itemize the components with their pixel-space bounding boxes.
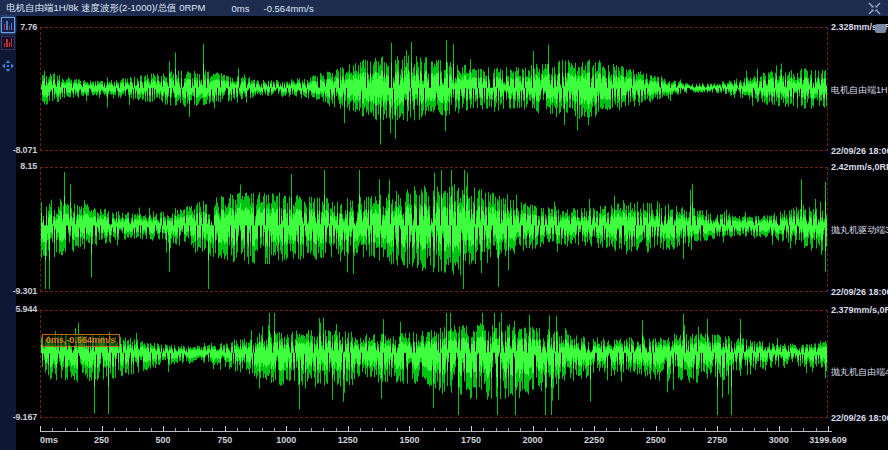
x-minor-tick <box>631 428 632 431</box>
x-major-tick <box>348 426 349 431</box>
x-tick-label: 2250 <box>584 435 604 445</box>
x-minor-tick <box>606 428 607 431</box>
y-min-label-2: -9.301 <box>0 286 37 296</box>
x-minor-tick <box>274 428 275 431</box>
titlebar: 电机自由端1H/8k 速度波形(2-1000)/总值 0RPM 0ms -0.5… <box>0 0 888 16</box>
x-tick-label: 2500 <box>646 435 666 445</box>
x-minor-tick <box>385 428 386 431</box>
cursor-annotation: 0ms,-0.564mm/s <box>42 334 120 347</box>
x-minor-tick <box>175 428 176 431</box>
x-minor-tick <box>754 428 755 431</box>
x-minor-tick <box>126 428 127 431</box>
titlebar-cursor-time: 0ms <box>232 3 250 14</box>
collapse-icon[interactable] <box>866 1 882 15</box>
x-minor-tick <box>668 428 669 431</box>
panel-expand-icon[interactable] <box>875 24 886 33</box>
x-minor-tick <box>557 428 558 431</box>
waveform-panel-3 <box>40 310 828 418</box>
x-minor-tick <box>323 428 324 431</box>
x-major-tick <box>225 426 226 431</box>
x-minor-tick <box>693 428 694 431</box>
x-minor-tick <box>483 428 484 431</box>
x-minor-tick <box>643 428 644 431</box>
x-minor-tick <box>767 428 768 431</box>
x-minor-tick <box>496 428 497 431</box>
pan-icon[interactable] <box>2 58 14 70</box>
y-max-label-1: 7.76 <box>0 22 37 32</box>
panel-2-timestamp: 22/09/26 18:00 <box>831 287 888 297</box>
x-major-tick <box>594 426 595 431</box>
y-min-label-1: -8.071 <box>0 145 37 155</box>
panel-2-channel-name: 抛丸机驱动端3H <box>831 224 888 237</box>
x-minor-tick <box>262 428 263 431</box>
y-min-label-3: -9.167 <box>0 412 37 422</box>
x-minor-tick <box>803 428 804 431</box>
waveform-canvas-2[interactable] <box>41 168 827 291</box>
y-max-label-2: 8.15 <box>0 161 37 171</box>
tool-sidebar <box>0 16 16 450</box>
x-major-tick <box>656 426 657 431</box>
x-tick-label: 1000 <box>276 435 296 445</box>
panel-1-timestamp: 22/09/26 18:00 <box>831 146 888 156</box>
waveform-panel-2 <box>40 167 828 292</box>
x-minor-tick <box>336 428 337 431</box>
x-major-tick <box>533 426 534 431</box>
x-tick-label: 2750 <box>707 435 727 445</box>
x-minor-tick <box>791 428 792 431</box>
x-minor-tick <box>311 428 312 431</box>
x-minor-tick <box>680 428 681 431</box>
x-minor-tick <box>434 428 435 431</box>
y-max-label-3: 5.944 <box>0 304 37 314</box>
x-major-tick <box>779 426 780 431</box>
x-minor-tick <box>520 428 521 431</box>
x-minor-tick <box>249 428 250 431</box>
x-minor-tick <box>188 428 189 431</box>
waveform-canvas-1[interactable] <box>41 28 827 150</box>
x-minor-tick <box>397 428 398 431</box>
x-minor-tick <box>65 428 66 431</box>
x-minor-tick <box>89 428 90 431</box>
x-minor-tick <box>237 428 238 431</box>
x-minor-tick <box>730 428 731 431</box>
app-window: 电机自由端1H/8k 速度波形(2-1000)/总值 0RPM 0ms -0.5… <box>0 0 888 450</box>
x-minor-tick <box>422 428 423 431</box>
x-major-tick <box>717 426 718 431</box>
x-major-tick <box>828 426 829 431</box>
panel-2-reading: 2.42mm/s,0RPM <box>831 162 888 172</box>
x-minor-tick <box>77 428 78 431</box>
x-minor-tick <box>151 428 152 431</box>
x-tick-label: 0ms <box>40 435 58 445</box>
x-minor-tick <box>705 428 706 431</box>
x-tick-label: 1750 <box>461 435 481 445</box>
x-tick-label: 3000 <box>769 435 789 445</box>
panel-3-reading: 2.379mm/s,0RPM <box>831 305 888 315</box>
x-minor-tick <box>582 428 583 431</box>
x-minor-tick <box>570 428 571 431</box>
x-tick-label: 1250 <box>338 435 358 445</box>
titlebar-text: 电机自由端1H/8k 速度波形(2-1000)/总值 0RPM <box>6 2 206 15</box>
x-major-tick <box>286 426 287 431</box>
panel-1-channel-name: 电机自由端1H <box>831 84 888 97</box>
x-minor-tick <box>545 428 546 431</box>
x-major-tick <box>102 426 103 431</box>
x-minor-tick <box>114 428 115 431</box>
x-tick-label: 3199.609 <box>809 435 847 445</box>
x-major-tick <box>471 426 472 431</box>
waveform-canvas-3[interactable] <box>41 311 827 417</box>
x-major-tick <box>40 426 41 431</box>
x-minor-tick <box>508 428 509 431</box>
x-minor-tick <box>200 428 201 431</box>
waveform-panel-1 <box>40 27 828 151</box>
x-minor-tick <box>742 428 743 431</box>
x-minor-tick <box>139 428 140 431</box>
titlebar-cursor-value: -0.564mm/s <box>264 3 314 14</box>
spectrum-view-icon[interactable] <box>1 36 15 50</box>
x-tick-label: 250 <box>94 435 109 445</box>
x-minor-tick <box>816 428 817 431</box>
x-minor-tick <box>459 428 460 431</box>
x-tick-label: 2000 <box>523 435 543 445</box>
x-axis-line <box>40 431 832 432</box>
x-minor-tick <box>52 428 53 431</box>
x-tick-label: 1500 <box>399 435 419 445</box>
x-minor-tick <box>212 428 213 431</box>
